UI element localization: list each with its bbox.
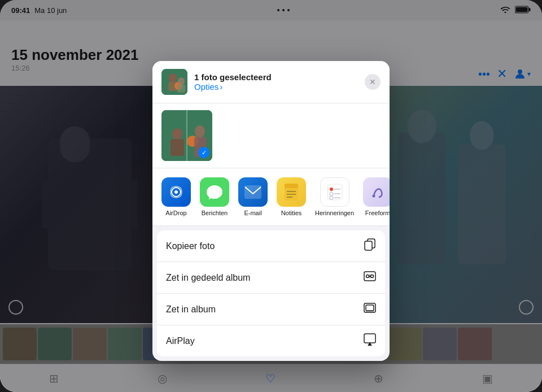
berichten-icon <box>200 177 229 207</box>
svg-rect-67 <box>364 334 375 343</box>
email-icon <box>238 177 268 207</box>
share-sheet-overlay: 1 foto geselecteerd Opties › ✕ <box>0 0 542 392</box>
svg-point-62 <box>366 275 369 278</box>
copy-photo-label: Kopieer foto <box>166 241 215 251</box>
svg-point-63 <box>371 275 374 278</box>
svg-point-30 <box>178 77 185 85</box>
sheet-photo-strip: ✓ <box>152 103 390 168</box>
herinneringen-label: Herinneringen <box>315 210 354 216</box>
notities-icon <box>277 177 306 207</box>
svg-point-48 <box>330 188 333 191</box>
email-label: E-mail <box>244 210 261 216</box>
app-item-email[interactable]: E-mail <box>238 177 268 216</box>
airplay-label: AirPlay <box>166 336 195 346</box>
svg-point-40 <box>174 190 178 194</box>
svg-rect-41 <box>244 185 261 199</box>
berichten-label: Berichten <box>202 210 228 216</box>
svg-rect-35 <box>171 139 184 156</box>
action-list: Kopieer foto Zet in gedeeld album <box>157 230 385 356</box>
freeform-icon <box>363 177 390 207</box>
action-shared-album[interactable]: Zet in gedeeld album <box>157 262 385 294</box>
album-label: Zet in album <box>166 304 216 315</box>
svg-point-37 <box>195 125 205 138</box>
svg-rect-43 <box>285 184 298 188</box>
share-apps-row: AirDrop Berichten <box>152 168 390 226</box>
sheet-selected-count: 1 foto geselecteerd <box>194 72 358 82</box>
action-album[interactable]: Zet in album <box>157 294 385 325</box>
airplay-icon <box>364 333 376 349</box>
app-item-freeform[interactable]: Freeform <box>363 177 390 216</box>
sheet-options-button[interactable]: Opties › <box>194 82 358 92</box>
shared-album-icon <box>364 270 376 285</box>
action-copy-photo[interactable]: Kopieer foto <box>157 230 385 262</box>
action-airplay[interactable]: AirPlay <box>157 325 385 356</box>
airdrop-label: AirDrop <box>165 210 186 216</box>
sheet-photo-checkmark: ✓ <box>198 147 209 158</box>
airdrop-icon <box>161 177 191 207</box>
sheet-header: 1 foto geselecteerd Opties › ✕ <box>152 61 390 103</box>
sheet-thumbnail <box>161 69 187 95</box>
sheet-close-button[interactable]: ✕ <box>365 74 381 90</box>
share-sheet: 1 foto geselecteerd Opties › ✕ <box>152 61 390 361</box>
app-item-herinneringen[interactable]: Herinneringen <box>315 177 354 216</box>
herinneringen-icon <box>320 177 349 207</box>
freeform-label: Freeform <box>365 210 390 216</box>
shared-album-label: Zet in gedeeld album <box>166 273 250 283</box>
sheet-title-area: 1 foto geselecteerd Opties › <box>194 72 358 92</box>
svg-rect-60 <box>365 241 372 250</box>
svg-rect-31 <box>177 85 185 93</box>
notities-label: Notities <box>281 210 302 216</box>
svg-point-54 <box>373 195 375 198</box>
album-icon <box>364 302 376 317</box>
app-item-berichten[interactable]: Berichten <box>200 177 229 216</box>
svg-point-34 <box>172 128 182 140</box>
copy-photo-icon <box>364 238 376 254</box>
svg-rect-65 <box>366 305 374 311</box>
sheet-photo-item: ✓ <box>161 110 212 161</box>
app-item-airdrop[interactable]: AirDrop <box>161 177 191 216</box>
app-item-notities[interactable]: Notities <box>277 177 306 216</box>
svg-point-27 <box>169 73 177 82</box>
